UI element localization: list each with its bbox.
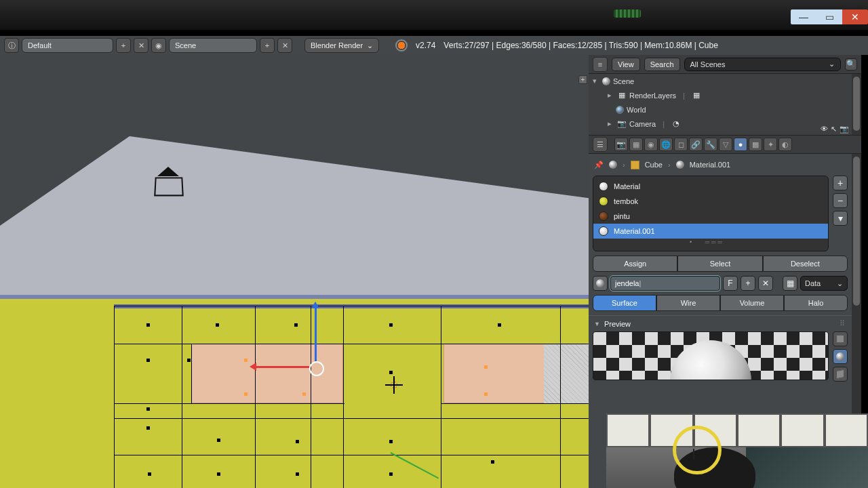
object-tab[interactable]: ◻ xyxy=(674,138,688,151)
tree-label: RenderLayers xyxy=(629,92,676,100)
tree-row-renderlayers[interactable]: ▸▦ RenderLayers | ▦ xyxy=(589,88,852,102)
search-icon[interactable]: 🔍 xyxy=(845,58,857,70)
material-specials-button[interactable]: ▾ xyxy=(833,211,848,226)
unlink-material-button[interactable]: ✕ xyxy=(758,276,773,291)
close-button[interactable]: ✕ xyxy=(842,9,868,24)
layout-remove-button[interactable]: ✕ xyxy=(134,38,149,53)
titlebar-gripper[interactable] xyxy=(614,9,641,18)
particles-tab[interactable]: ✦ xyxy=(764,138,777,151)
layer-icon[interactable]: ▦ xyxy=(692,91,701,100)
constraints-tab[interactable]: 🔗 xyxy=(689,138,703,151)
visibility-icon[interactable]: 👁 xyxy=(821,125,828,134)
mesh-edge-wall xyxy=(114,304,589,308)
toolbar-collapse-tab[interactable]: + xyxy=(578,75,587,84)
new-material-button[interactable]: + xyxy=(741,276,755,291)
panel-drag-icon[interactable]: ⠿ xyxy=(840,319,846,328)
layout-add-button[interactable]: + xyxy=(116,38,131,53)
renderlayers-icon: ▦ xyxy=(617,91,627,100)
renderlayers-tab[interactable]: ▦ xyxy=(629,138,643,151)
material-bc-icon xyxy=(676,161,684,169)
face-center xyxy=(389,440,393,443)
scene-browse-icon[interactable]: ◉ xyxy=(151,38,166,53)
nodes-icon[interactable]: ▦ xyxy=(783,276,797,291)
remove-material-button[interactable]: − xyxy=(833,193,848,208)
preview-cube-button[interactable] xyxy=(833,367,848,382)
data-tab[interactable]: ▽ xyxy=(719,138,732,151)
material-name-field[interactable]: jendela| xyxy=(610,276,720,291)
material-name: Material.001 xyxy=(614,227,655,235)
deselect-button[interactable]: Deselect xyxy=(763,256,848,272)
face-center-selected xyxy=(244,392,248,396)
material-swatch xyxy=(599,197,608,206)
minimize-button[interactable]: — xyxy=(791,9,816,24)
halo-type-button[interactable]: Halo xyxy=(784,295,848,311)
camera-icon xyxy=(157,167,179,176)
render-engine-dropdown[interactable]: Blender Render⌄ xyxy=(304,38,379,53)
preview-sphere xyxy=(670,340,751,380)
select-button[interactable]: Select xyxy=(677,256,762,272)
face-center xyxy=(217,472,220,476)
selectable-icon[interactable]: ↖ xyxy=(831,125,837,134)
volume-type-button[interactable]: Volume xyxy=(720,295,784,311)
breadcrumb-object[interactable]: Cube xyxy=(645,161,663,169)
properties-type-icon[interactable]: ☰ xyxy=(593,137,608,152)
editor-type-icon[interactable]: ⓘ xyxy=(4,38,19,53)
face-gray xyxy=(544,344,589,403)
gizmo-z-axis[interactable] xyxy=(315,307,317,361)
outliner-tree[interactable]: ▾ Scene ▸▦ RenderLayers | ▦ World ▸📷 Cam… xyxy=(589,74,852,135)
preview-sphere-button[interactable] xyxy=(833,349,848,364)
3d-viewport[interactable]: + xyxy=(0,55,589,488)
panel-title: Preview xyxy=(604,320,631,328)
text-cursor-icon xyxy=(693,449,694,460)
scene-remove-button[interactable]: ✕ xyxy=(277,38,292,53)
browse-material-icon[interactable] xyxy=(593,276,608,291)
breadcrumb-material[interactable]: Material.001 xyxy=(690,161,731,169)
search-menu[interactable]: Search xyxy=(644,58,680,71)
face-center xyxy=(498,323,501,327)
view-menu[interactable]: View xyxy=(612,58,640,71)
pin-icon[interactable]: 📌 xyxy=(594,161,604,169)
outliner-scrollbar[interactable] xyxy=(852,74,861,135)
add-material-button[interactable]: + xyxy=(833,176,848,190)
blender-logo-icon xyxy=(395,39,408,52)
gizmo-center[interactable] xyxy=(309,361,324,376)
material-slot-selected[interactable]: Material.001 xyxy=(593,224,828,239)
material-tab[interactable]: ● xyxy=(734,138,747,151)
scene-dropdown[interactable]: Scene xyxy=(169,38,257,53)
material-slot[interactable]: tembok xyxy=(593,194,828,209)
scene-tab[interactable]: ◉ xyxy=(644,138,658,151)
fake-user-button[interactable]: F xyxy=(723,276,738,291)
material-slot[interactable]: Material xyxy=(593,179,828,194)
face-center xyxy=(389,371,393,374)
preview-panel-header[interactable]: ▼ Preview ⠿ xyxy=(589,315,852,331)
wire-type-button[interactable]: Wire xyxy=(656,295,720,311)
modifiers-tab[interactable]: 🔧 xyxy=(704,138,717,151)
texture-tab[interactable]: ▩ xyxy=(749,138,762,151)
properties-header: ☰ 📷 ▦ ◉ 🌐 ◻ 🔗 🔧 ▽ ● ▩ ✦ ◐ xyxy=(589,135,861,154)
physics-tab[interactable]: ◐ xyxy=(778,138,792,151)
render-tab[interactable]: 📷 xyxy=(614,138,628,151)
face-center-selected xyxy=(302,392,306,396)
layout-dropdown[interactable]: Default xyxy=(22,38,113,53)
world-tab[interactable]: 🌐 xyxy=(659,138,673,151)
face-center xyxy=(146,323,150,327)
renderable-icon[interactable]: 📷 xyxy=(840,125,849,134)
list-resize-grip[interactable]: • ═══ xyxy=(593,239,828,247)
scene-add-button[interactable]: + xyxy=(260,38,275,53)
outliner-filter-dropdown[interactable]: All Scenes⌄ xyxy=(684,58,841,71)
surface-type-button[interactable]: Surface xyxy=(593,295,656,311)
maximize-button[interactable]: ▭ xyxy=(816,9,842,24)
material-slot-list[interactable]: Material tembok pintu Material.001 • ═══ xyxy=(593,176,829,251)
camera-data-icon[interactable]: ◔ xyxy=(671,119,681,129)
preview-flat-button[interactable] xyxy=(833,331,848,346)
tree-row-camera[interactable]: ▸📷 Camera | ◔ 👁 ↖ 📷 xyxy=(589,117,852,131)
tree-row-scene[interactable]: ▾ Scene xyxy=(589,74,852,88)
material-name: tembok xyxy=(614,197,638,205)
link-dropdown[interactable]: Data⌄ xyxy=(800,276,848,291)
cube-icon xyxy=(631,161,639,169)
outliner-type-icon[interactable]: ≡ xyxy=(593,57,608,72)
assign-button[interactable]: Assign xyxy=(593,256,677,272)
material-slot[interactable]: pintu xyxy=(593,209,828,224)
gizmo-x-axis[interactable] xyxy=(255,366,309,368)
tree-row-world[interactable]: World xyxy=(589,102,852,117)
